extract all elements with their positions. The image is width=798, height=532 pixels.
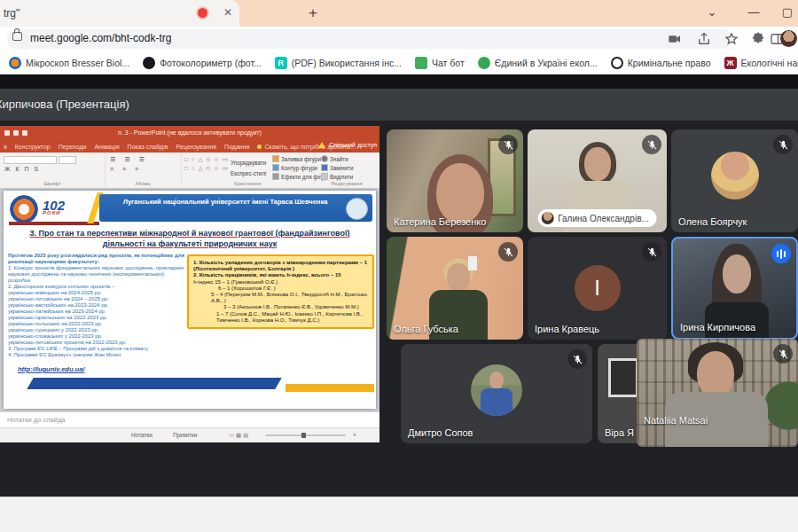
zoom-slider[interactable]	[266, 434, 346, 436]
slide-yellow-box: 1. Кількість укладених договорів з міжна…	[187, 254, 374, 329]
ppt-tab-review[interactable]: Рецензування	[176, 144, 216, 150]
participant-tile[interactable]: І Ірина Кравець	[528, 237, 667, 340]
participant-name: Дмитро Сопов	[408, 427, 473, 438]
share-icon[interactable]	[696, 31, 712, 47]
quick-styles-button[interactable]: Експрес-стилі	[231, 170, 266, 176]
ribbon-group-drawing: □ ○ △ ◇ ☆ ▭ □ ○ △ ◇ ☆ ▭ Упорядкувати Екс…	[181, 153, 315, 187]
bulb-icon	[257, 145, 262, 149]
bookmark-item[interactable]: Фотоколориметр (фот...	[143, 57, 262, 69]
shapes-gallery-row2[interactable]: □ ○ △ ◇ ☆ ▭	[184, 165, 229, 172]
tab-close-icon[interactable]: ✕	[223, 6, 232, 19]
ppt-window-title: п. 3 - PowerPoint (не вдалося активувати…	[0, 129, 379, 136]
bookmark-item[interactable]: Єдиний в Україні екол...	[478, 57, 598, 69]
participant-tile[interactable]: Катерина Березенко	[387, 129, 523, 232]
mic-off-icon	[498, 135, 518, 154]
ribbon-group-editing: Знайти Замінити Виділити Редагування	[314, 153, 379, 187]
ecology-war-favicon: Ж	[724, 57, 737, 69]
status-comments-button[interactable]: Примітки	[173, 432, 197, 438]
ppt-tab-slideshow[interactable]: Показ слайдів	[128, 144, 168, 150]
maroon-divider	[9, 222, 99, 225]
arrange-button[interactable]: Упорядкувати	[231, 160, 266, 166]
university-crest-icon	[346, 198, 368, 220]
ppt-tab-design[interactable]: Конструктор	[15, 144, 51, 150]
presentation-label: Кирпичова (Презентація)	[0, 98, 129, 111]
ppt-title-bar: п. 3 - PowerPoint (не вдалося активувати…	[0, 126, 379, 140]
ppt-status-bar: Нотатки Примітки ▭ ▦ ▤ +	[0, 427, 379, 442]
participant-tile[interactable]: Ольга Губська	[387, 237, 523, 340]
browser-tab[interactable]: trg" ✕	[0, 0, 239, 27]
bookmark-item[interactable]: Кримінальне право	[611, 57, 711, 69]
bookmark-item[interactable]: Чат бот	[415, 57, 465, 69]
bookmark-item[interactable]: ЖЕкологічні наслідки вій...	[724, 57, 798, 69]
zoom-plus[interactable]: +	[353, 432, 356, 438]
bullet-buttons[interactable]: ☰ ☰ ☰	[110, 156, 148, 163]
bookmark-item[interactable]: Мікроскоп Bresser Biol...	[9, 57, 129, 69]
researchgate-favicon: R	[275, 57, 287, 69]
warning-icon	[318, 142, 325, 148]
mic-off-icon	[773, 344, 793, 364]
font-size-box[interactable]	[59, 156, 76, 164]
participant-tile-overlay[interactable]: Nataliia Matsai	[637, 339, 798, 447]
shared-powerpoint-window[interactable]: п. 3 - PowerPoint (не вдалося активувати…	[0, 126, 379, 442]
ppt-tab-partial[interactable]: я	[4, 144, 7, 150]
microscope-favicon	[9, 57, 21, 69]
window-minimize-button[interactable]: —	[745, 5, 763, 19]
select-icon	[321, 173, 328, 180]
font-name-box[interactable]	[4, 156, 57, 164]
select-button[interactable]: Виділити	[321, 173, 353, 180]
align-buttons[interactable]: ≡ ≡ ≡	[110, 166, 142, 172]
university-link[interactable]: http://luguniv.edu.ua/	[18, 365, 84, 373]
picture-frame	[608, 358, 638, 397]
mini-avatar	[541, 212, 553, 224]
profile-avatar[interactable]	[780, 30, 797, 47]
participant-name: Nataliia Matsai	[644, 415, 708, 426]
tab-strip: trg" ✕ + ⌄ — ▢	[0, 0, 798, 27]
yellow-stripe-decor	[286, 384, 374, 392]
ppt-tab-transitions[interactable]: Переходи	[59, 144, 87, 150]
shape-outline-button[interactable]: Контур фігури	[272, 164, 317, 171]
shapes-gallery[interactable]: □ ○ △ ◇ ☆ ▭	[184, 156, 229, 163]
camera-permission-icon[interactable]	[667, 31, 683, 47]
window-menu-chevron-icon[interactable]: ⌄	[703, 5, 721, 19]
lock-icon	[12, 32, 22, 41]
window-maximize-button[interactable]: ▢	[778, 5, 796, 19]
participant-tile[interactable]: Олена Боярчук	[671, 129, 798, 232]
replace-button[interactable]: Замінити	[321, 164, 353, 171]
participant-name: Віра Я	[605, 427, 634, 438]
slide[interactable]: 102РОКИ Луганський національний універси…	[4, 191, 376, 409]
participant-tile-speaking[interactable]: Ірина Кирпичова	[671, 237, 798, 340]
presentation-label-bar: Кирпичова (Презентація)	[0, 89, 798, 121]
participant-tile[interactable]: Дмитро Сопов	[401, 344, 592, 443]
blue-stripe-decor	[27, 378, 282, 389]
windows-taskbar: W W P 14°C Mostly cloudy W УКР 15:56 02.…	[0, 497, 798, 532]
ppt-share-button[interactable]: Спільний доступ	[318, 142, 377, 148]
participant-name: Катерина Березенко	[394, 216, 486, 227]
tab-title: trg"	[4, 7, 20, 20]
participant-tile[interactable]: Галина Олександрів...	[528, 129, 667, 232]
participant-name: Ірина Кирпичова	[680, 322, 755, 332]
bookmarks-bar: Мікроскоп Bresser Biol... Фотоколориметр…	[0, 51, 798, 74]
extensions-puzzle-icon[interactable]	[750, 31, 766, 47]
participant-name: Ірина Кравець	[535, 324, 599, 334]
bookmark-item[interactable]: R(PDF) Використання інс...	[275, 57, 402, 69]
notes-pane[interactable]: Нотатки до слайда	[0, 411, 379, 427]
browser-toolbar: meet.google.com/bht-codk-trg	[0, 27, 798, 52]
slide-left-column: Протягом 2023 року розглядалися ряд проє…	[8, 253, 185, 357]
tab-recording-indicator	[198, 8, 207, 18]
font-style-buttons[interactable]: Ж К П S	[4, 166, 40, 172]
ppt-tab-view[interactable]: Подання	[224, 144, 249, 150]
mic-off-icon	[498, 242, 518, 262]
status-notes-button[interactable]: Нотатки	[131, 432, 153, 438]
name-pill: Галина Олександрів...	[537, 209, 657, 227]
speaking-indicator-icon	[771, 244, 791, 263]
find-button[interactable]: Знайти	[321, 155, 348, 162]
ppt-tab-animations[interactable]: Анімація	[94, 144, 119, 150]
participant-name: Галина Олександрів...	[558, 214, 649, 223]
new-tab-button[interactable]: +	[303, 4, 323, 23]
meet-control-bar: codk-trg 10	[0, 443, 798, 497]
slide-title: 3. Про стан та перспективи міжнародної й…	[14, 228, 365, 249]
view-buttons[interactable]: ▭ ▦ ▤	[229, 432, 248, 439]
bookmark-star-icon[interactable]	[724, 31, 739, 47]
colorimeter-favicon	[143, 57, 155, 69]
mic-off-icon	[773, 135, 793, 154]
